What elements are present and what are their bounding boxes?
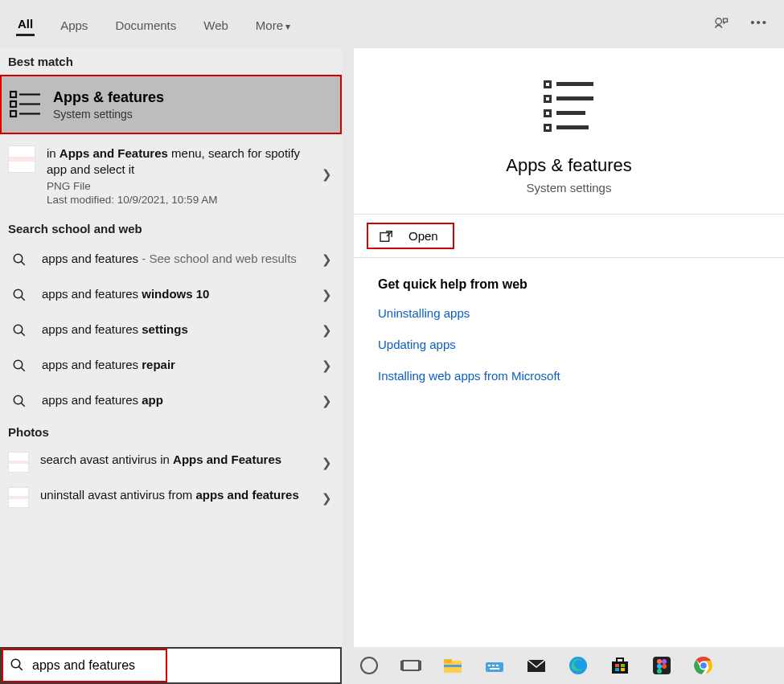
web-result[interactable]: apps and features app ❯: [0, 383, 342, 419]
file-result-type: PNG File: [47, 180, 313, 192]
svg-rect-20: [556, 96, 593, 100]
search-icon: [8, 358, 31, 373]
file-explorer-icon[interactable]: [440, 653, 466, 678]
svg-rect-27: [546, 112, 549, 115]
svg-point-0: [716, 18, 722, 24]
svg-line-16: [21, 403, 25, 407]
best-match-title: Apps & features: [53, 89, 164, 106]
web-result[interactable]: apps and features - See school and web r…: [0, 242, 342, 277]
web-result-text: apps and features windows 10: [42, 286, 313, 302]
search-icon: [8, 323, 31, 338]
edge-icon[interactable]: [565, 653, 591, 678]
svg-rect-32: [403, 661, 419, 670]
tab-all[interactable]: All: [16, 12, 35, 36]
svg-point-54: [657, 664, 662, 669]
file-result[interactable]: in Apps and Features menu, search for sp…: [0, 134, 342, 215]
photo-thumbnail-icon: [8, 452, 29, 473]
photo-result[interactable]: uninstall avast antivirus from apps and …: [0, 481, 342, 516]
section-search-web: Search school and web: [0, 215, 342, 242]
tab-apps[interactable]: Apps: [59, 14, 89, 35]
svg-point-53: [662, 659, 667, 664]
web-result[interactable]: apps and features repair ❯: [0, 348, 342, 383]
search-icon: [8, 288, 31, 302]
svg-point-52: [657, 659, 662, 664]
svg-rect-39: [488, 665, 491, 666]
svg-rect-42: [490, 668, 499, 670]
web-result[interactable]: apps and features settings ❯: [0, 313, 342, 348]
preview-title: Apps & features: [506, 155, 632, 176]
task-view-icon[interactable]: [398, 653, 424, 678]
chevron-right-icon[interactable]: ❯: [322, 167, 332, 182]
best-match-subtitle: System settings: [53, 108, 164, 121]
figma-icon[interactable]: [649, 653, 675, 678]
open-button[interactable]: Open: [367, 223, 454, 249]
svg-point-13: [14, 360, 23, 369]
results-column: Best match Apps & features System settin…: [0, 48, 342, 647]
svg-rect-48: [621, 664, 625, 667]
quick-help-link[interactable]: Updating apps: [378, 338, 760, 351]
svg-rect-5: [10, 111, 16, 117]
svg-rect-18: [556, 82, 593, 86]
apps-features-icon: [536, 71, 603, 141]
svg-rect-3: [10, 101, 16, 107]
search-filter-tabs: All Apps Documents Web More▾ •••: [0, 0, 784, 48]
svg-point-11: [14, 325, 23, 334]
feedback-icon[interactable]: [713, 15, 729, 34]
web-result[interactable]: apps and features windows 10 ❯: [0, 277, 342, 313]
svg-point-55: [657, 669, 662, 674]
svg-rect-22: [556, 111, 585, 115]
svg-point-30: [11, 659, 20, 668]
svg-rect-24: [556, 125, 589, 129]
chevron-right-icon[interactable]: ❯: [322, 323, 332, 338]
best-match-result[interactable]: Apps & features System settings: [0, 75, 342, 134]
chevron-right-icon[interactable]: ❯: [322, 491, 332, 506]
preview-subtitle: System settings: [527, 181, 612, 195]
cortana-icon[interactable]: [356, 653, 382, 678]
search-box[interactable]: [0, 647, 342, 684]
search-input[interactable]: [32, 658, 322, 673]
svg-rect-49: [615, 668, 619, 671]
web-result-text: apps and features settings: [42, 322, 313, 338]
more-options-icon[interactable]: •••: [750, 15, 768, 34]
preview-pane: Apps & features System settings Open Get…: [354, 48, 784, 647]
chevron-right-icon[interactable]: ❯: [322, 456, 332, 470]
svg-rect-36: [444, 659, 452, 663]
svg-rect-51: [653, 657, 671, 674]
keyboard-icon[interactable]: [482, 653, 507, 678]
photo-thumbnail-icon: [8, 487, 29, 508]
quick-help-link[interactable]: Installing web apps from Microsoft: [378, 369, 760, 383]
svg-line-10: [21, 297, 25, 301]
chevron-right-icon[interactable]: ❯: [322, 358, 332, 373]
svg-line-31: [18, 666, 23, 670]
tab-more[interactable]: More▾: [254, 14, 292, 35]
chevron-right-icon[interactable]: ❯: [322, 252, 332, 267]
mail-icon[interactable]: [523, 653, 549, 678]
svg-rect-47: [615, 664, 619, 667]
tab-web[interactable]: Web: [202, 14, 230, 35]
quick-help-section: Get quick help from web Uninstalling app…: [354, 258, 784, 420]
microsoft-store-icon[interactable]: [607, 653, 633, 678]
svg-rect-50: [621, 668, 625, 671]
svg-point-9: [14, 289, 23, 298]
svg-point-56: [662, 664, 667, 669]
open-label: Open: [408, 229, 438, 243]
photo-result[interactable]: search avast antivirus in Apps and Featu…: [0, 445, 342, 481]
web-result-text: apps and features - See school and web r…: [42, 251, 313, 267]
open-icon: [380, 230, 394, 243]
svg-rect-28: [546, 126, 549, 129]
svg-rect-1: [10, 92, 16, 97]
svg-rect-38: [486, 662, 503, 672]
svg-rect-41: [496, 665, 499, 666]
chrome-icon[interactable]: [691, 653, 716, 678]
chevron-right-icon[interactable]: ❯: [322, 288, 332, 302]
web-result-text: apps and features app: [42, 392, 313, 408]
svg-rect-29: [380, 232, 389, 241]
quick-help-heading: Get quick help from web: [378, 277, 760, 292]
chevron-right-icon[interactable]: ❯: [322, 394, 332, 408]
apps-features-icon: [10, 89, 42, 120]
quick-help-link[interactable]: Uninstalling apps: [378, 306, 760, 320]
tab-documents[interactable]: Documents: [113, 14, 178, 35]
svg-line-14: [21, 367, 25, 371]
svg-rect-37: [444, 665, 462, 667]
photo-result-text: uninstall avast antivirus from apps and …: [40, 487, 313, 503]
